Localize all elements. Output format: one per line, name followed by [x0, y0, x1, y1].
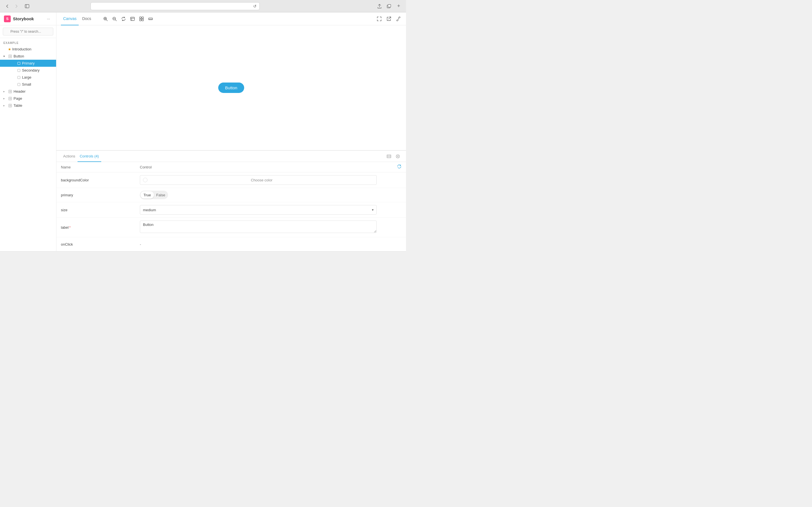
share-button[interactable]: [375, 2, 384, 10]
reset-all-button[interactable]: [397, 164, 402, 170]
control-row-backgroundcolor: backgroundColor Choose color: [56, 172, 406, 188]
grid-button[interactable]: [137, 15, 146, 23]
sidebar-item-small[interactable]: Small: [0, 81, 56, 88]
select-text-size: medium: [143, 208, 372, 212]
back-button[interactable]: [3, 2, 11, 10]
app: S Storybook ··· Canvas Docs: [0, 12, 406, 253]
search-box: 🔍: [0, 25, 56, 38]
expand-icon-page: ▸: [3, 97, 7, 100]
svg-rect-0: [25, 4, 29, 8]
controls-panel: Actions Controls (4): [56, 151, 406, 251]
app-title: Storybook: [13, 16, 34, 21]
ctrl-name-size: size: [61, 208, 140, 212]
ctrl-name-primary: primary: [61, 193, 140, 197]
new-tab-button[interactable]: +: [395, 2, 403, 10]
zoom-in-button[interactable]: [101, 15, 110, 23]
logo-area: S Storybook ···: [0, 12, 56, 25]
toggle-control-primary: True False: [140, 191, 168, 199]
browser-nav-buttons: [3, 2, 20, 10]
sidebar-item-secondary[interactable]: Secondary: [0, 67, 56, 74]
group-icon-button: ⊞: [8, 55, 12, 58]
background-button[interactable]: [128, 15, 137, 23]
group-icon-header: ⊞: [8, 90, 12, 93]
preview-button[interactable]: Button: [218, 82, 244, 93]
tab-actions[interactable]: Actions: [61, 151, 78, 162]
sidebar-toggle-button[interactable]: [23, 2, 31, 10]
group-icon-table: ⊞: [8, 104, 12, 107]
storybook-logo-icon: S: [4, 15, 11, 22]
col-control-header: Control: [140, 165, 397, 169]
ctrl-value-backgroundcolor: Choose color: [140, 175, 402, 185]
reload-button[interactable]: ↺: [253, 4, 257, 8]
zoom-reset-button[interactable]: [119, 15, 128, 23]
toggle-option-false[interactable]: False: [154, 191, 167, 199]
tab-docs[interactable]: Docs: [80, 13, 93, 25]
ctrl-name-onclick: onClick: [61, 242, 140, 246]
browser-chrome: localhost ↺ +: [0, 0, 406, 12]
sidebar-item-large[interactable]: Large: [0, 74, 56, 81]
zoom-out-button[interactable]: [110, 15, 119, 23]
forward-button[interactable]: [12, 2, 20, 10]
sidebar-item-page[interactable]: ▸ ⊞ Page: [0, 95, 56, 102]
sidebar-item-table[interactable]: ▸ ⊞ Table: [0, 102, 56, 109]
svg-rect-17: [142, 19, 144, 21]
toolbar: S Storybook ··· Canvas Docs: [0, 12, 406, 25]
label-textarea[interactable]: Button: [140, 221, 377, 233]
sidebar-item-label-button: Button: [13, 54, 24, 58]
svg-rect-16: [140, 19, 141, 21]
control-row-label: label* Button: [56, 218, 406, 237]
toggle-option-true[interactable]: True: [140, 191, 154, 199]
expand-button[interactable]: [375, 15, 384, 23]
canvas-preview: Button: [56, 25, 406, 151]
story-icon-secondary: [17, 69, 20, 72]
chevron-down-icon: ▾: [372, 208, 373, 212]
controls-tabs: Actions Controls (4): [56, 151, 406, 162]
measure-button[interactable]: [146, 15, 155, 23]
control-row-primary: primary True False: [56, 188, 406, 202]
sidebar-item-button[interactable]: ▾ ⊞ Button: [0, 53, 56, 60]
ctrl-name-label: label*: [61, 225, 140, 230]
color-picker-control[interactable]: Choose color: [140, 175, 377, 185]
tab-canvas[interactable]: Canvas: [61, 13, 79, 25]
col-name-header: Name: [61, 165, 140, 169]
ctrl-value-onclick: -: [140, 242, 402, 247]
controls-close-button[interactable]: [394, 153, 402, 160]
app-menu-button[interactable]: ···: [45, 15, 52, 22]
sidebar-item-label-table: Table: [13, 103, 22, 108]
url-input[interactable]: localhost: [94, 4, 252, 8]
ctrl-value-size: medium ▾: [140, 205, 402, 215]
sidebar-item-label-primary: Primary: [22, 61, 35, 65]
sidebar-item-header[interactable]: ▸ ⊞ Header: [0, 88, 56, 95]
copy-link-button[interactable]: [394, 15, 403, 23]
new-window-button[interactable]: [385, 2, 393, 10]
page-icon-introduction: ■: [8, 47, 10, 51]
story-icon-large: [17, 76, 20, 79]
controls-header: Name Control: [56, 162, 406, 172]
expand-icon-header: ▸: [3, 90, 7, 93]
tab-controls[interactable]: Controls (4): [78, 151, 101, 162]
browser-actions: +: [375, 2, 403, 10]
search-input[interactable]: [3, 27, 53, 36]
open-new-button[interactable]: [385, 15, 393, 23]
svg-rect-11: [131, 17, 135, 20]
sidebar-item-label-header: Header: [13, 89, 26, 94]
svg-rect-3: [388, 4, 391, 7]
color-swatch: [143, 178, 147, 182]
control-row-onclick: onClick -: [56, 237, 406, 251]
address-bar: localhost ↺: [91, 2, 260, 10]
canvas-area: Button Actions Controls (4): [56, 25, 406, 251]
bottom-scrollbar[interactable]: [0, 251, 406, 253]
svg-line-9: [115, 20, 116, 21]
ctrl-value-primary: True False: [140, 191, 402, 199]
ctrl-value-label: Button: [140, 221, 402, 234]
sidebar-item-introduction[interactable]: ■ Introduction: [0, 46, 56, 53]
select-control-size[interactable]: medium ▾: [140, 205, 377, 215]
sidebar-item-label-page: Page: [13, 96, 22, 101]
sidebar-item-label-small: Small: [22, 82, 31, 87]
controls-view-toggle[interactable]: [385, 153, 393, 160]
ctrl-name-backgroundcolor: backgroundColor: [61, 178, 140, 182]
svg-rect-15: [142, 17, 144, 18]
sidebar-item-label-introduction: Introduction: [12, 47, 31, 51]
sidebar-item-primary[interactable]: Primary: [0, 60, 56, 67]
onclick-dash-value: -: [140, 242, 141, 246]
